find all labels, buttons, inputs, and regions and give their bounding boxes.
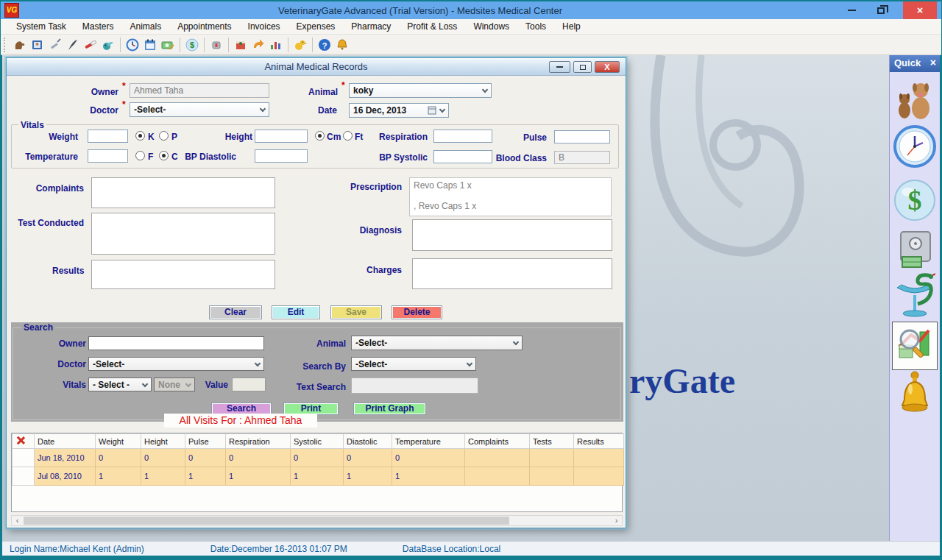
col-pulse[interactable]: Pulse bbox=[185, 434, 226, 449]
delete-button[interactable]: Delete bbox=[392, 305, 442, 319]
date-label: Date bbox=[286, 105, 337, 116]
table-row[interactable]: Jun 18, 20100 00 00 00 bbox=[13, 449, 624, 467]
bp-diastolic-input[interactable] bbox=[255, 149, 308, 163]
height-unit-cm-radio[interactable] bbox=[315, 131, 325, 141]
menu-invoices[interactable]: Invoices bbox=[240, 21, 288, 32]
expenses-dollar-icon[interactable]: $ bbox=[183, 37, 201, 53]
col-complaints[interactable]: Complaints bbox=[465, 434, 530, 449]
returns-arrow-icon[interactable] bbox=[249, 37, 267, 53]
charges-textarea[interactable] bbox=[412, 258, 612, 289]
alerts-bell-icon[interactable] bbox=[333, 37, 351, 53]
search-owner-label: Owner bbox=[33, 339, 86, 349]
temp-unit-c-radio[interactable] bbox=[159, 151, 169, 160]
help-icon[interactable]: ? bbox=[316, 37, 333, 53]
bell-icon[interactable] bbox=[895, 370, 935, 422]
dialog-minimize-button[interactable] bbox=[549, 61, 570, 73]
prescription-marker-icon[interactable] bbox=[82, 37, 99, 53]
row-selector[interactable] bbox=[13, 449, 35, 467]
col-temperature[interactable]: Temperature bbox=[392, 434, 465, 449]
delete-column-header[interactable] bbox=[13, 434, 35, 449]
search-owner-input[interactable] bbox=[88, 336, 264, 350]
height-unit-ft-radio[interactable] bbox=[343, 131, 353, 141]
pharmacy-bowl-icon[interactable] bbox=[894, 273, 935, 323]
menu-tools[interactable]: Tools bbox=[517, 21, 554, 32]
chart-search-icon[interactable] bbox=[892, 322, 938, 370]
search-vitals-select[interactable]: - Select - bbox=[88, 378, 152, 391]
animal-select[interactable]: koky bbox=[349, 83, 492, 98]
col-diastolic[interactable]: Diastolic bbox=[344, 434, 392, 449]
horizontal-scrollbar[interactable]: ‹ › bbox=[11, 515, 623, 526]
signature-pen-icon[interactable] bbox=[64, 37, 82, 53]
pharmacy-box-icon[interactable] bbox=[208, 37, 225, 53]
status-database: DataBase Location:Local bbox=[403, 544, 500, 554]
height-input[interactable] bbox=[255, 130, 308, 143]
owner-field[interactable]: Ahmed Taha bbox=[130, 83, 269, 98]
weight-unit-p-radio[interactable] bbox=[159, 131, 169, 141]
menu-expenses[interactable]: Expenses bbox=[288, 21, 344, 32]
calendar-icon[interactable] bbox=[141, 37, 159, 53]
restore-button[interactable] bbox=[868, 1, 894, 19]
results-textarea[interactable] bbox=[91, 260, 275, 289]
menu-profit-loss[interactable]: Profit & Loss bbox=[399, 21, 465, 32]
col-height[interactable]: Height bbox=[141, 434, 185, 449]
appointments-clock-icon[interactable] bbox=[124, 37, 141, 53]
dog-icon[interactable] bbox=[11, 37, 29, 53]
close-button[interactable]: × bbox=[903, 1, 937, 19]
text-search-input[interactable] bbox=[351, 378, 478, 394]
quick-close-icon[interactable]: × bbox=[930, 57, 936, 68]
respiration-input[interactable] bbox=[433, 130, 492, 143]
complaints-textarea[interactable] bbox=[91, 177, 275, 208]
prescription-textarea[interactable]: Revo Caps 1 x , Revo Caps 1 x bbox=[409, 177, 612, 216]
menu-system-task[interactable]: System Task bbox=[8, 21, 74, 32]
print-graph-button[interactable]: Print Graph bbox=[353, 403, 426, 415]
menu-masters[interactable]: Masters bbox=[74, 21, 122, 32]
animals-bird-icon[interactable] bbox=[99, 37, 117, 53]
scrollbar-thumb[interactable] bbox=[24, 517, 509, 525]
menu-windows[interactable]: Windows bbox=[465, 21, 517, 32]
col-tests[interactable]: Tests bbox=[530, 434, 574, 449]
table-row[interactable]: Jul 08, 20101 11 11 11 bbox=[13, 467, 624, 486]
scroll-left-icon[interactable]: ‹ bbox=[12, 516, 23, 525]
minimize-button[interactable] bbox=[840, 1, 863, 19]
doctor-select[interactable]: -Select- bbox=[130, 102, 269, 117]
search-doctor-select[interactable]: -Select- bbox=[88, 357, 264, 371]
temp-unit-f-radio[interactable] bbox=[135, 151, 145, 160]
save-button[interactable]: Save bbox=[330, 305, 382, 319]
reminders-duck-icon[interactable] bbox=[291, 37, 309, 53]
menu-appointments[interactable]: Appointments bbox=[169, 21, 239, 32]
search-animal-select[interactable]: -Select- bbox=[351, 336, 523, 350]
row-selector[interactable] bbox=[13, 467, 35, 486]
dogs-icon[interactable] bbox=[894, 77, 935, 123]
weight-input[interactable] bbox=[88, 130, 128, 143]
col-respiration[interactable]: Respiration bbox=[226, 434, 291, 449]
menu-help[interactable]: Help bbox=[554, 21, 589, 32]
clock-icon[interactable] bbox=[893, 124, 937, 171]
col-weight[interactable]: Weight bbox=[96, 434, 141, 449]
dialog-close-button[interactable]: X bbox=[595, 61, 620, 73]
bp-systolic-input[interactable] bbox=[433, 150, 492, 163]
menu-pharmacy[interactable]: Pharmacy bbox=[343, 21, 399, 32]
weight-unit-k-label: K bbox=[148, 132, 155, 142]
test-conducted-textarea[interactable] bbox=[91, 213, 275, 255]
diagnosis-textarea[interactable] bbox=[412, 219, 612, 251]
col-date[interactable]: Date bbox=[35, 434, 96, 449]
reports-chart-icon[interactable] bbox=[267, 37, 285, 53]
col-systolic[interactable]: Systolic bbox=[291, 434, 344, 449]
clear-button[interactable]: Clear bbox=[209, 305, 262, 319]
weight-unit-k-radio[interactable] bbox=[135, 131, 145, 141]
edit-button[interactable]: Edit bbox=[272, 305, 320, 319]
menu-animals[interactable]: Animals bbox=[122, 21, 170, 32]
money-safe-icon[interactable] bbox=[895, 229, 935, 273]
invoice-money-icon[interactable] bbox=[159, 37, 177, 53]
dollar-bubble-icon[interactable]: $ bbox=[893, 177, 936, 226]
purchases-cart-icon[interactable] bbox=[232, 37, 249, 53]
search-by-select[interactable]: -Select- bbox=[351, 357, 476, 371]
scroll-right-icon[interactable]: › bbox=[611, 516, 622, 525]
temperature-input[interactable] bbox=[88, 149, 128, 163]
col-results[interactable]: Results bbox=[574, 434, 624, 449]
pulse-input[interactable] bbox=[554, 130, 610, 143]
date-picker[interactable]: 16 Dec, 2013 bbox=[349, 103, 449, 118]
dialog-maximize-button[interactable] bbox=[573, 61, 592, 73]
vaccine-syringe-icon[interactable] bbox=[46, 37, 64, 53]
owners-book-icon[interactable] bbox=[29, 37, 46, 53]
